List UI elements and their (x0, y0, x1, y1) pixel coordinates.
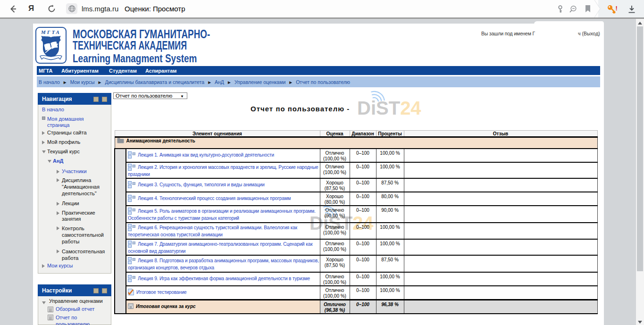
svg-text:!: ! (616, 5, 618, 12)
